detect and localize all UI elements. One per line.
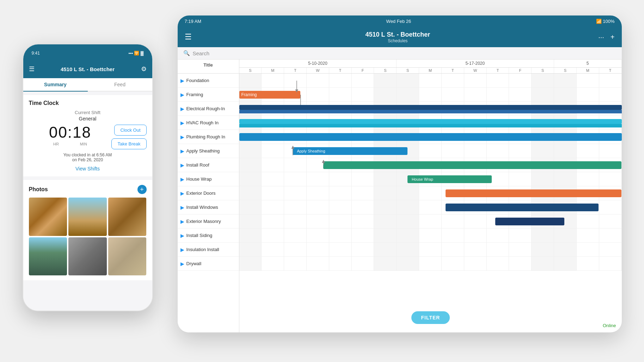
day-s2: S: [374, 68, 397, 73]
task-label-sheathing: ▶ Apply Sheathing: [178, 144, 239, 158]
day-t4: T: [487, 68, 509, 73]
task-name-masonry: Exterior Masonry: [186, 219, 221, 224]
day-s3: S: [397, 68, 419, 73]
wifi-icon: 📶: [596, 19, 603, 24]
tab-feed[interactable]: Feed: [88, 78, 152, 91]
gantt-row-1: [239, 88, 622, 102]
signal-icon: ▪▪▪: [128, 51, 133, 56]
task-label-siding: ▶ Install Siding: [178, 229, 239, 243]
task-arrow-windows: ▶: [180, 205, 184, 210]
day-t5: T: [599, 68, 622, 73]
task-label-electrical: ▶ Electrical Rough-In: [178, 102, 239, 116]
task-arrow-electrical: ▶: [180, 106, 184, 112]
photos-add-button[interactable]: +: [137, 185, 147, 194]
task-name-roof: Install Roof: [186, 162, 209, 168]
tablet-battery: 📶 100%: [596, 19, 615, 24]
task-arrow-siding: ▶: [180, 233, 184, 238]
more-icon[interactable]: ···: [598, 33, 604, 41]
phone-time: 9:41: [32, 51, 40, 56]
photo-thumb-6[interactable]: [108, 237, 147, 276]
photo-thumb-2[interactable]: [68, 198, 107, 236]
gantt-chart: Title 5-10-2020 5-17-2020 5 S M T W T F: [178, 60, 622, 332]
phone-tabs: Summary Feed: [23, 78, 152, 92]
header-title-block: 4510 L St. - Boettcher Schedules: [197, 31, 599, 43]
gantt-dates-header: 5-10-2020 5-17-2020 5 S M T W T F S S M: [239, 60, 622, 73]
task-arrow-foundation: ▶: [180, 78, 184, 83]
day-w2: W: [464, 68, 487, 73]
day-f1: F: [352, 68, 374, 73]
task-name-windows: Install Windows: [186, 205, 218, 210]
task-arrow-doors: ▶: [180, 191, 184, 196]
task-arrow-roof: ▶: [180, 162, 184, 168]
task-arrow-masonry: ▶: [180, 219, 184, 224]
clock-out-button[interactable]: Clock Out: [114, 125, 146, 136]
photos-title: Photos: [29, 186, 48, 193]
day-t3: T: [442, 68, 464, 73]
gantt-week-labels: 5-10-2020 5-17-2020 5: [239, 60, 622, 68]
task-name-drywall: Drywall: [186, 261, 202, 266]
phone-menu-icon[interactable]: ☰: [29, 65, 35, 73]
phone-header-title: 4510 L St. - Boettcher: [39, 66, 137, 72]
gantt-row-10: [239, 214, 622, 229]
task-arrow-plumbing: ▶: [180, 134, 184, 140]
gantt-header: Title 5-10-2020 5-17-2020 5 S M T W T F: [178, 60, 622, 74]
time-clock-section: Time Clock Current Shift General 00:18 H…: [23, 95, 152, 176]
task-label-drywall: ▶ Drywall: [178, 257, 239, 271]
task-arrow-drywall: ▶: [180, 261, 184, 267]
day-w1: W: [307, 68, 329, 73]
phone-body: Time Clock Current Shift General 00:18 H…: [23, 92, 152, 311]
phone: 9:41 ▪▪▪ 🛜 ▓ ☰ 4510 L St. - Boettcher ⚙ …: [23, 44, 153, 311]
gantt-row-7: [239, 172, 622, 186]
task-name-siding: Install Siding: [186, 233, 213, 238]
photo-thumb-5[interactable]: [68, 237, 107, 276]
task-name-insulation: Insulation Install: [186, 247, 219, 252]
photo-thumb-1[interactable]: [29, 198, 67, 236]
task-name-hvac: HVAC Rough In: [186, 120, 219, 125]
day-f2: F: [509, 68, 532, 73]
day-m1: M: [262, 68, 284, 73]
gantt-row-9: [239, 200, 622, 214]
photo-thumb-3[interactable]: [108, 198, 147, 236]
gantt-row-13: [239, 257, 622, 271]
header-subtitle: Schedules: [197, 38, 599, 43]
day-s5: S: [554, 68, 577, 73]
add-icon[interactable]: +: [611, 33, 615, 41]
task-name-doors: Exterior Doors: [186, 191, 216, 196]
day-m3: M: [577, 68, 599, 73]
day-t1: T: [284, 68, 307, 73]
task-arrow-hvac: ▶: [180, 120, 184, 126]
wifi-icon: 🛜: [134, 51, 140, 56]
tablet-header: ☰ 4510 L St. - Boettcher Schedules ··· +: [178, 27, 622, 47]
photos-header: Photos +: [29, 185, 147, 194]
task-label-framing: ▶ Framing: [178, 88, 239, 102]
min-label: MIN: [80, 142, 87, 146]
tablet: 7:19 AM Wed Feb 26 📶 100% ☰ 4510 L St. -…: [178, 15, 622, 332]
gantt-grid-rows: [239, 74, 622, 332]
photo-thumb-4[interactable]: [29, 237, 67, 276]
view-shifts-link[interactable]: View Shifts: [29, 166, 147, 171]
gantt-row-2: [239, 102, 622, 116]
gantt-row-0: [239, 74, 622, 88]
phone-gear-icon[interactable]: ⚙: [141, 65, 147, 73]
tab-summary[interactable]: Summary: [23, 78, 88, 91]
tablet-time: 7:19 AM: [185, 19, 202, 24]
task-label-foundation: ▶ Foundation: [178, 74, 239, 88]
time-clock-title: Time Clock: [29, 100, 147, 106]
search-bar[interactable]: 🔍 Search: [178, 47, 622, 60]
menu-icon[interactable]: ☰: [185, 33, 192, 41]
task-label-windows: ▶ Install Windows: [178, 200, 239, 214]
task-arrow-insulation: ▶: [180, 247, 184, 252]
gantt-row-11: [239, 229, 622, 243]
task-label-housewrap: ▶ House Wrap: [178, 172, 239, 186]
current-shift-type: General: [29, 116, 147, 121]
day-m2: M: [419, 68, 442, 73]
filter-button[interactable]: FILTER: [411, 311, 450, 324]
task-arrow-sheathing: ▶: [180, 148, 184, 154]
take-break-button[interactable]: Take Break: [111, 138, 146, 149]
phone-status-bar: 9:41 ▪▪▪ 🛜 ▓: [23, 44, 152, 60]
clocked-in-text: You clocked in at 6:56 AM on Feb 26, 202…: [29, 152, 147, 162]
phone-signal: ▪▪▪ 🛜 ▓: [128, 51, 143, 56]
task-name-housewrap: House Wrap: [186, 176, 212, 182]
task-arrow-framing: ▶: [180, 92, 184, 98]
header-actions: ··· +: [598, 33, 614, 41]
